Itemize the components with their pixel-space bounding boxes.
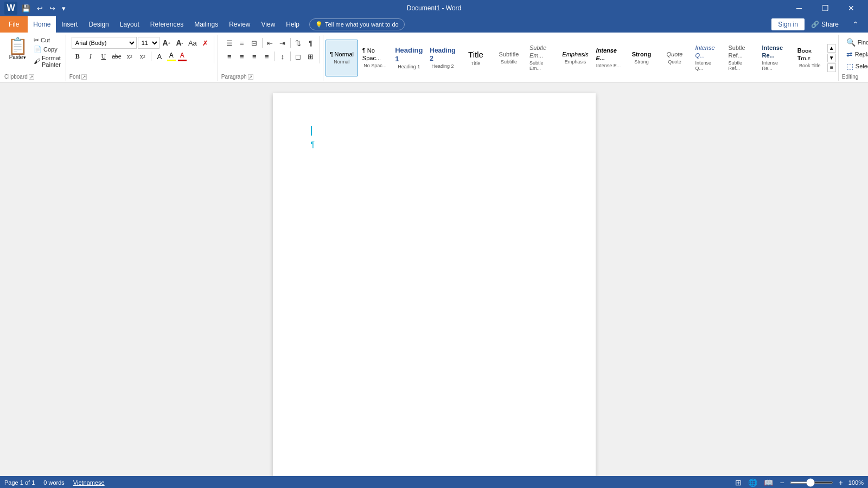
font-color-icon: A: [180, 52, 184, 59]
select-button[interactable]: ⬚ Select ▾: [844, 61, 868, 72]
style-item-subtle-em[interactable]: Subtle Em...Subtle Em...: [526, 40, 559, 76]
format-painter-button[interactable]: 🖌 Format Painter: [32, 54, 62, 68]
status-bar: Page 1 of 1 0 words Vietnamese ⊞ 🌐 📖 − +…: [0, 476, 868, 488]
paragraph-expand-icon[interactable]: ↗: [248, 74, 253, 80]
replace-button[interactable]: ⇄ Replace: [844, 49, 868, 60]
style-item-intense-q[interactable]: Intense Q...Intense Q...: [691, 40, 724, 76]
copy-button[interactable]: 📄 Copy: [32, 45, 62, 54]
restore-button[interactable]: ❐: [813, 0, 838, 16]
ribbon-collapse-button[interactable]: ⌃: [843, 16, 868, 33]
line-spacing-button[interactable]: ↕: [277, 50, 289, 62]
highlight-color-button[interactable]: A: [167, 51, 176, 62]
save-button[interactable]: 💾: [20, 3, 33, 14]
styles-expand[interactable]: ≡: [827, 63, 836, 72]
menu-references[interactable]: References: [145, 16, 189, 33]
show-marks-button[interactable]: ¶: [305, 37, 317, 49]
menu-insert[interactable]: Insert: [56, 16, 83, 33]
document-page[interactable]: ¶: [273, 93, 596, 476]
bold-button[interactable]: B: [72, 50, 84, 62]
zoom-in-button[interactable]: +: [838, 478, 844, 487]
justify-button[interactable]: ≡: [261, 50, 273, 62]
paste-dropdown-icon[interactable]: ▾: [23, 55, 26, 60]
menu-design[interactable]: Design: [83, 16, 114, 33]
style-item-emphasis[interactable]: EmphasisEmphasis: [559, 40, 591, 76]
clear-formatting-button[interactable]: ✗: [200, 37, 212, 49]
minimize-button[interactable]: ─: [787, 0, 812, 16]
style-label-heading2: Heading 2: [431, 63, 454, 69]
paragraph-group-label: Paragraph ↗: [221, 73, 253, 80]
menu-file[interactable]: File: [0, 16, 28, 33]
page-info: Page 1 of 1: [4, 479, 35, 486]
bullets-button[interactable]: ☰: [224, 37, 235, 49]
zoom-slider[interactable]: [790, 481, 833, 484]
shading-button[interactable]: ◻: [292, 50, 304, 62]
styles-scroll: ▲ ▼ ≡: [827, 44, 836, 72]
read-mode-button[interactable]: 📖: [763, 477, 774, 488]
multilevel-list-button[interactable]: ⊟: [248, 37, 260, 49]
grow-font-button[interactable]: A+: [161, 37, 173, 49]
sign-in-button[interactable]: Sign in: [771, 18, 805, 30]
text-effects-button[interactable]: A: [154, 50, 165, 62]
print-layout-view-button[interactable]: ⊞: [734, 477, 743, 488]
menu-review[interactable]: Review: [224, 16, 256, 33]
align-left-button[interactable]: ≡: [224, 50, 235, 62]
style-item-intense-re[interactable]: Intense Re...Intense Re...: [758, 40, 793, 76]
zoom-level[interactable]: 100%: [848, 479, 864, 486]
shrink-font-button[interactable]: A-: [174, 37, 186, 49]
sort-button[interactable]: ⇅: [292, 37, 304, 49]
tell-me-button[interactable]: 💡 Tell me what you want to do: [309, 18, 405, 30]
styles-scroll-up[interactable]: ▲: [827, 44, 836, 53]
clipboard-group: 📋 Paste ▾ ✂ Cut 📄 Copy: [1, 35, 66, 81]
italic-button[interactable]: I: [85, 50, 97, 62]
styles-scroll-down[interactable]: ▼: [827, 54, 836, 62]
menu-mailings[interactable]: Mailings: [189, 16, 224, 33]
numbering-button[interactable]: ≡: [236, 37, 248, 49]
font-group-content: Arial (Body) Calibri Times New Roman 11 …: [69, 36, 214, 63]
share-button[interactable]: 🔗 Share: [807, 21, 843, 28]
font-name-select[interactable]: Arial (Body) Calibri Times New Roman: [72, 37, 137, 49]
underline-button[interactable]: U: [98, 50, 110, 62]
web-layout-view-button[interactable]: 🌐: [747, 477, 758, 488]
customize-qat-button[interactable]: ▾: [60, 3, 68, 14]
align-right-button[interactable]: ≡: [248, 50, 260, 62]
borders-button[interactable]: ⊞: [305, 50, 317, 62]
find-button[interactable]: 🔍 Find ▾: [844, 37, 868, 48]
decrease-indent-button[interactable]: ⇤: [264, 37, 276, 49]
style-preview-subtitle: Subtitle: [499, 51, 519, 58]
style-item-title[interactable]: TitleTitle: [459, 40, 492, 76]
cut-button[interactable]: ✂ Cut: [32, 36, 62, 44]
subscript-button[interactable]: x2: [124, 50, 136, 62]
font-size-select[interactable]: 11 8910 121416 182436: [138, 37, 159, 49]
font-color-button[interactable]: A: [177, 51, 187, 62]
close-button[interactable]: ✕: [839, 0, 864, 16]
paste-button[interactable]: 📋 Paste ▾: [4, 36, 31, 62]
undo-button[interactable]: ↩: [35, 3, 45, 14]
style-item-heading2[interactable]: Heading 2Heading 2: [426, 40, 459, 76]
menu-help[interactable]: Help: [280, 16, 305, 33]
menu-layout[interactable]: Layout: [114, 16, 145, 33]
menu-home[interactable]: Home: [28, 16, 56, 33]
change-case-button[interactable]: Aa: [187, 37, 199, 49]
style-item-subtle-ref[interactable]: Subtle Ref...Subtle Ref...: [724, 40, 757, 76]
style-item-subtitle[interactable]: SubtitleSubtitle: [493, 40, 525, 76]
redo-button[interactable]: ↪: [47, 3, 58, 14]
clipboard-expand-icon[interactable]: ↗: [29, 74, 34, 80]
style-item-normal[interactable]: ¶ NormalNormal: [326, 40, 358, 76]
menu-view[interactable]: View: [256, 16, 281, 33]
align-center-button[interactable]: ≡: [236, 50, 248, 62]
zoom-out-button[interactable]: −: [778, 478, 785, 487]
increase-indent-button[interactable]: ⇥: [277, 37, 289, 49]
style-item-no-space[interactable]: ¶ No Spac...No Spac...: [359, 40, 392, 76]
style-item-book-title[interactable]: Book TitleBook Title: [794, 40, 826, 76]
style-item-quote[interactable]: QuoteQuote: [658, 40, 691, 76]
font-color-bar: [178, 60, 187, 61]
language[interactable]: Vietnamese: [73, 479, 105, 486]
strikethrough-button[interactable]: abc: [111, 50, 123, 62]
style-item-strong[interactable]: StrongStrong: [625, 40, 658, 76]
style-item-heading1[interactable]: Heading 1Heading 1: [392, 40, 426, 76]
style-item-intense-e[interactable]: Intense E...Intense E...: [592, 40, 624, 76]
status-bar-right: ⊞ 🌐 📖 − + 100%: [734, 477, 864, 488]
document-area[interactable]: ¶: [0, 82, 868, 476]
font-expand-icon[interactable]: ↗: [81, 74, 87, 80]
superscript-button[interactable]: x2: [137, 50, 149, 62]
